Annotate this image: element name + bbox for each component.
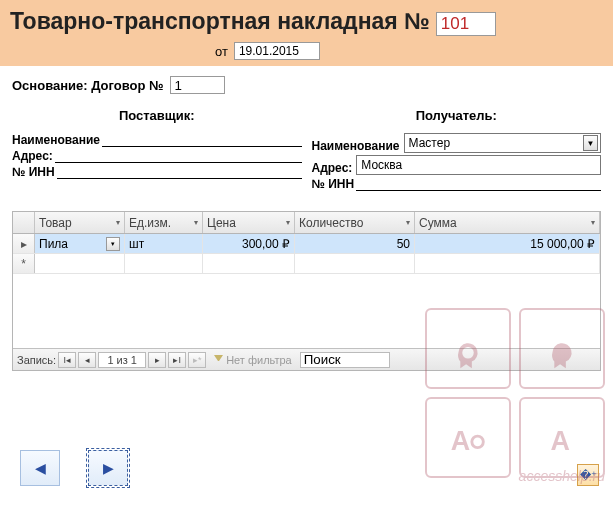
col-sum[interactable]: Сумма▾ bbox=[415, 212, 600, 233]
col-price[interactable]: Цена▾ bbox=[203, 212, 295, 233]
grid-header: Товар▾ Ед.изм.▾ Цена▾ Количество▾ Сумма▾ bbox=[13, 212, 600, 234]
svg-point-1 bbox=[472, 436, 484, 448]
chevron-down-icon: ▾ bbox=[194, 218, 198, 227]
recipient-inn-line bbox=[356, 177, 601, 191]
recipient-name-label: Наименование bbox=[312, 139, 400, 153]
invoice-number-input[interactable] bbox=[436, 12, 496, 36]
form-next-button[interactable]: ▶ bbox=[88, 450, 128, 486]
supplier-address-line bbox=[55, 149, 302, 163]
form-prev-button[interactable]: ◀ bbox=[20, 450, 60, 486]
supplier-name-line bbox=[102, 133, 301, 147]
date-input[interactable] bbox=[234, 42, 320, 60]
table-row-new[interactable]: * bbox=[13, 254, 600, 274]
svg-text:A: A bbox=[551, 425, 570, 455]
chevron-down-icon[interactable]: ▾ bbox=[106, 237, 120, 251]
date-label: от bbox=[215, 44, 228, 59]
recipient-block: Получатель: Наименование Мастер ▼ Адрес:… bbox=[312, 108, 602, 193]
recipient-title: Получатель: bbox=[312, 108, 602, 123]
search-input[interactable] bbox=[300, 352, 390, 368]
record-position: 1 из 1 bbox=[98, 352, 146, 368]
supplier-name-label: Наименование bbox=[12, 133, 100, 147]
col-product[interactable]: Товар▾ bbox=[35, 212, 125, 233]
supplier-address-label: Адрес: bbox=[12, 149, 53, 163]
nav-new-button[interactable]: ▸* bbox=[188, 352, 206, 368]
chevron-down-icon: ▾ bbox=[406, 218, 410, 227]
recipient-inn-label: № ИНН bbox=[312, 177, 355, 191]
table-row[interactable]: ▸ Пила▾ шт 300,00 ₽ 50 15 000,00 ₽ bbox=[13, 234, 600, 254]
chevron-down-icon[interactable]: ▼ bbox=[583, 135, 598, 151]
basis-row: Основание: Договор № bbox=[12, 76, 601, 94]
cell-product[interactable]: Пила▾ bbox=[35, 234, 125, 253]
close-form-button[interactable]: �⁺ bbox=[577, 464, 599, 486]
col-qty[interactable]: Количество▾ bbox=[295, 212, 415, 233]
basis-label: Основание: Договор № bbox=[12, 78, 164, 93]
recordnav-label: Запись: bbox=[17, 354, 56, 366]
nav-next-button[interactable]: ▸ bbox=[148, 352, 166, 368]
items-datasheet: Товар▾ Ед.изм.▾ Цена▾ Количество▾ Сумма▾… bbox=[12, 211, 601, 371]
svg-text:A: A bbox=[451, 425, 470, 455]
chevron-down-icon: ▾ bbox=[591, 218, 595, 227]
nav-prev-button[interactable]: ◂ bbox=[78, 352, 96, 368]
supplier-inn-label: № ИНН bbox=[12, 165, 55, 179]
record-navigator: Запись: I◂ ◂ 1 из 1 ▸ ▸I ▸* Нет фильтра bbox=[13, 348, 600, 370]
form-nav: ◀ ▶ bbox=[20, 450, 128, 486]
recipient-address-input[interactable]: Москва bbox=[356, 155, 601, 175]
supplier-block: Поставщик: Наименование Адрес: № ИНН bbox=[12, 108, 302, 193]
nav-last-button[interactable]: ▸I bbox=[168, 352, 186, 368]
row-marker-current[interactable]: ▸ bbox=[13, 234, 35, 253]
col-unit[interactable]: Ед.изм.▾ bbox=[125, 212, 203, 233]
recipient-name-value: Мастер bbox=[409, 136, 451, 150]
funnel-icon bbox=[214, 355, 223, 364]
cell-qty[interactable]: 50 bbox=[295, 234, 415, 253]
recipient-address-value: Москва bbox=[361, 158, 402, 172]
nofilter-indicator[interactable]: Нет фильтра bbox=[214, 354, 292, 366]
supplier-title: Поставщик: bbox=[12, 108, 302, 123]
nav-first-button[interactable]: I◂ bbox=[58, 352, 76, 368]
recipient-name-combo[interactable]: Мастер ▼ bbox=[404, 133, 601, 153]
row-marker-new[interactable]: * bbox=[13, 254, 35, 273]
row-selector-header[interactable] bbox=[13, 212, 35, 233]
form-title: Товарно-транспортная накладная № bbox=[10, 8, 430, 35]
form-header: Товарно-транспортная накладная № от bbox=[0, 0, 613, 66]
cell-price[interactable]: 300,00 ₽ bbox=[203, 234, 295, 253]
cell-unit[interactable]: шт bbox=[125, 234, 203, 253]
recipient-address-label: Адрес: bbox=[312, 161, 353, 175]
contract-number-input[interactable] bbox=[170, 76, 225, 94]
cell-sum[interactable]: 15 000,00 ₽ bbox=[415, 234, 600, 253]
chevron-down-icon: ▾ bbox=[116, 218, 120, 227]
chevron-down-icon: ▾ bbox=[286, 218, 290, 227]
supplier-inn-line bbox=[57, 165, 302, 179]
